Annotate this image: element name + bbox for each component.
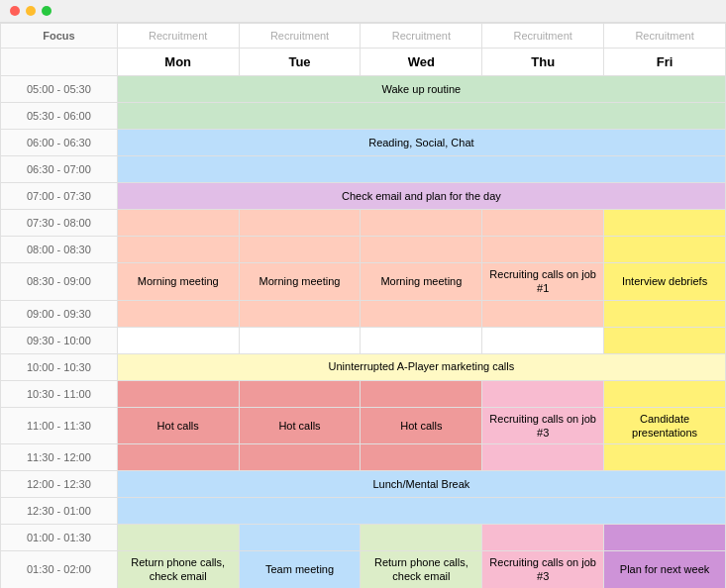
hot-calls-wed-label: Hot calls: [361, 407, 482, 444]
time-row-1230: 12:30 - 01:00: [1, 498, 726, 525]
team-meeting-tue-a: [239, 525, 361, 551]
time-row-1200: 12:00 - 12:30 Lunch/Mental Break: [1, 471, 726, 498]
morning-meeting-mon-a: [117, 210, 239, 237]
event-reading-2: [117, 156, 725, 183]
empty-wed-0930: [361, 327, 482, 353]
time-row-0930: 09:30 - 10:00: [1, 327, 726, 353]
time-row-1000: 10:00 - 10:30 Uninterrupted A-Player mar…: [1, 353, 726, 380]
event-check-email: Check email and plan for the day: [117, 183, 725, 210]
recruiting-job3-label: Recruiting calls on job #3: [482, 407, 604, 444]
day-thu: Thu: [482, 49, 604, 76]
time-label-0900: 09:00 - 09:30: [1, 300, 118, 327]
window-bar: [0, 0, 726, 23]
recruiting-job1-label: Recruiting calls on job #1: [482, 263, 604, 301]
candidate-presentations-a: [604, 380, 726, 407]
time-label-0530: 05:30 - 06:00: [1, 103, 118, 130]
event-reading: Reading, Social, Chat: [117, 130, 725, 156]
col-header-wed-type: Recruitment: [361, 24, 482, 49]
time-row-0830: 08:30 - 09:00 Morning meeting Morning me…: [1, 263, 726, 301]
calendar-table: Focus Recruitment Recruitment Recruitmen…: [0, 23, 726, 588]
recruiting-job3-pm-label: Recruiting calls on job #3: [482, 551, 604, 588]
time-row-0900: 09:00 - 09:30: [1, 300, 726, 327]
event-lunch-2: [117, 498, 725, 525]
morning-meeting-wed-c: [361, 300, 482, 327]
return-calls-mon-label: Return phone calls, check email: [117, 551, 239, 588]
morning-meeting-mon-c: [117, 300, 239, 327]
interview-debriefs-d: [604, 327, 726, 353]
col-header-thu-type: Recruitment: [482, 24, 604, 49]
morning-meeting-mon-b: [117, 237, 239, 263]
time-label-0630: 06:30 - 07:00: [1, 156, 118, 183]
recruiting-job1-a: [482, 210, 604, 237]
hot-calls-wed-a: [361, 380, 482, 407]
recruiting-job1-b: [482, 237, 604, 263]
event-uninterrupted: Uninterrupted A-Player marketing calls: [117, 353, 725, 380]
hot-calls-mon-a: [117, 380, 239, 407]
time-label-1200: 12:00 - 12:30: [1, 471, 118, 498]
candidate-presentations-label: Candidate presentations: [604, 407, 726, 444]
morning-meeting-tue-c: [239, 300, 361, 327]
time-label-1000: 10:00 - 10:30: [1, 353, 118, 380]
empty-tue-0930: [239, 327, 361, 353]
time-row-0630: 06:30 - 07:00: [1, 156, 726, 183]
time-label-0700: 07:00 - 07:30: [1, 183, 118, 210]
recruiting-job3-pm-a: [482, 525, 604, 551]
event-lunch: Lunch/Mental Break: [117, 471, 725, 498]
plan-next-week-a: [604, 525, 726, 551]
dot-red: [10, 6, 20, 16]
time-row-0800: 08:00 - 08:30: [1, 237, 726, 263]
time-label-1230: 12:30 - 01:00: [1, 498, 118, 525]
team-meeting-tue-label: Team meeting: [239, 551, 361, 588]
plan-next-week-label: Plan for next week: [604, 551, 726, 588]
time-row-0130: 01:30 - 02:00 Return phone calls, check …: [1, 551, 726, 588]
time-label-0930: 09:30 - 10:00: [1, 327, 118, 353]
time-label-0730: 07:30 - 08:00: [1, 210, 118, 237]
hot-calls-tue-label: Hot calls: [239, 407, 361, 444]
morning-meeting-wed-label: Morning meeting: [361, 263, 482, 301]
time-row-1030: 10:30 - 11:00: [1, 380, 726, 407]
empty-mon-0930: [117, 327, 239, 353]
empty-thu-0930: [482, 327, 604, 353]
day-fri: Fri: [604, 49, 726, 76]
col-header-fri-type: Recruitment: [604, 24, 726, 49]
time-row-1130: 11:30 - 12:00: [1, 444, 726, 471]
time-label-0100: 01:00 - 01:30: [1, 525, 118, 551]
hot-calls-tue-a: [239, 380, 361, 407]
interview-debriefs-a: [604, 210, 726, 237]
hot-calls-mon-label: Hot calls: [117, 407, 239, 444]
time-row-0730: 07:30 - 08:00: [1, 210, 726, 237]
time-label-0500: 05:00 - 05:30: [1, 76, 118, 103]
return-calls-wed-label: Return phone calls, check email: [361, 551, 482, 588]
time-label-1030: 10:30 - 11:00: [1, 380, 118, 407]
morning-meeting-tue-a: [239, 210, 361, 237]
morning-meeting-tue-label: Morning meeting: [239, 263, 361, 301]
time-row-1100: 11:00 - 11:30 Hot calls Hot calls Hot ca…: [1, 407, 726, 444]
event-wake-up: Wake up routine: [117, 76, 725, 103]
return-calls-mon-a: [117, 525, 239, 551]
time-label-0800: 08:00 - 08:30: [1, 237, 118, 263]
event-wake-up-2: [117, 103, 725, 130]
morning-meeting-mon-label: Morning meeting: [117, 263, 239, 301]
interview-debriefs-b: [604, 237, 726, 263]
empty-corner: [1, 49, 118, 76]
dot-yellow: [26, 6, 36, 16]
hot-calls-wed-c: [361, 444, 482, 471]
day-mon: Mon: [117, 49, 239, 76]
time-label-0130: 01:30 - 02:00: [1, 551, 118, 588]
day-tue: Tue: [239, 49, 361, 76]
time-label-1100: 11:00 - 11:30: [1, 407, 118, 444]
time-row-0600: 06:00 - 06:30 Reading, Social, Chat: [1, 130, 726, 156]
morning-meeting-wed-b: [361, 237, 482, 263]
col-header-mon-type: Recruitment: [117, 24, 239, 49]
time-row-0100: 01:00 - 01:30: [1, 525, 726, 551]
morning-meeting-wed-a: [361, 210, 482, 237]
dot-green: [42, 6, 52, 16]
candidate-presentations-c: [604, 444, 726, 471]
hot-calls-mon-c: [117, 444, 239, 471]
return-calls-wed-a: [361, 525, 482, 551]
time-row-0700: 07:00 - 07:30 Check email and plan for t…: [1, 183, 726, 210]
time-label-1130: 11:30 - 12:00: [1, 444, 118, 471]
time-row-0500: 05:00 - 05:30 Wake up routine: [1, 76, 726, 103]
interview-debriefs-c: [604, 300, 726, 327]
time-row-0530: 05:30 - 06:00: [1, 103, 726, 130]
